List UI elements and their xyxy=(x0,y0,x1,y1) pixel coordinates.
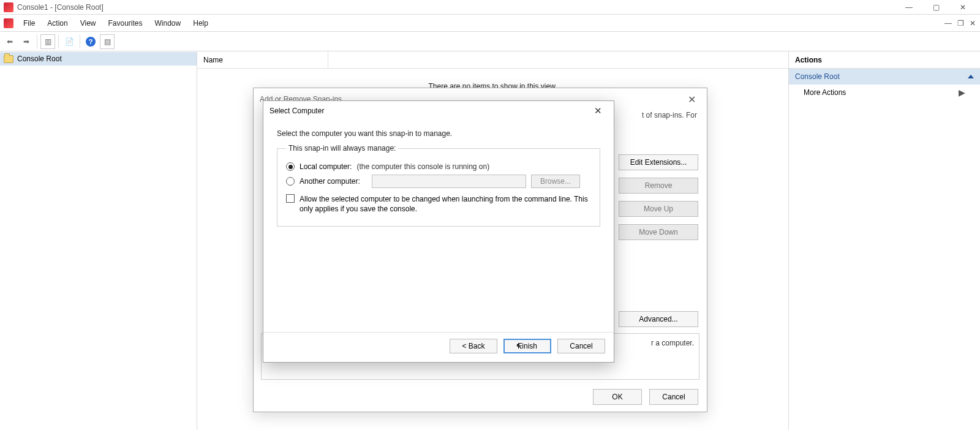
browse-button[interactable]: Browse... xyxy=(531,175,580,188)
tree-pane: Console Root xyxy=(0,51,197,430)
select-computer-dialog: Select Computer ✕ Select the computer yo… xyxy=(263,100,614,363)
allow-change-label: Allow the selected computer to be change… xyxy=(300,194,591,214)
folder-icon xyxy=(4,55,13,63)
another-radio[interactable] xyxy=(286,177,295,186)
local-computer-option[interactable]: Local computer: (the computer this conso… xyxy=(286,162,591,171)
remove-button[interactable]: Remove xyxy=(619,178,698,194)
menu-window[interactable]: Window xyxy=(149,15,187,31)
tree-item-console-root[interactable]: Console Root xyxy=(0,52,197,66)
titlebar: Console1 - [Console Root] — ▢ ✕ xyxy=(0,0,980,15)
app-icon xyxy=(4,2,13,12)
back-wizard-button[interactable]: < Back xyxy=(450,339,497,353)
local-hint: (the computer this console is running on… xyxy=(356,162,489,171)
tree-item-label: Console Root xyxy=(17,55,62,63)
select-dialog-title: Select Computer xyxy=(270,107,324,115)
column-name[interactable]: Name xyxy=(197,51,328,68)
help-button[interactable]: ? xyxy=(83,34,98,49)
back-button[interactable]: ⬅ xyxy=(2,34,17,49)
menu-help[interactable]: Help xyxy=(187,15,214,31)
select-instruction: Select the computer you want this snap-i… xyxy=(263,121,614,141)
show-hide-action-pane-button[interactable]: ▤ xyxy=(100,34,115,49)
actions-group-label: Console Root xyxy=(795,72,840,81)
snapins-cancel-button[interactable]: Cancel xyxy=(649,389,698,405)
doc-minimize-icon[interactable]: — xyxy=(943,19,953,28)
advanced-button[interactable]: Advanced... xyxy=(619,311,698,327)
doc-close-icon[interactable]: ✕ xyxy=(968,19,978,28)
minimize-button[interactable]: — xyxy=(895,1,922,14)
edit-extensions-button[interactable]: Edit Extensions... xyxy=(619,154,698,170)
actions-title: Actions xyxy=(789,51,980,69)
local-radio[interactable] xyxy=(286,162,295,171)
menu-view[interactable]: View xyxy=(74,15,102,31)
manage-target-legend: This snap-in will always manage: xyxy=(286,144,398,153)
local-label: Local computer: xyxy=(300,162,352,171)
actions-pane: Actions Console Root More Actions ▶ xyxy=(789,51,980,430)
another-computer-option[interactable]: Another computer: Browse... xyxy=(286,175,591,188)
actions-more[interactable]: More Actions ▶ xyxy=(789,85,980,100)
menu-file[interactable]: File xyxy=(17,15,41,31)
close-button[interactable]: ✕ xyxy=(949,1,976,14)
collapse-icon xyxy=(968,75,974,78)
submenu-arrow-icon: ▶ xyxy=(959,88,965,97)
cancel-wizard-button[interactable]: Cancel xyxy=(557,339,605,353)
properties-button[interactable]: 📄 xyxy=(62,34,77,49)
snapins-footer: OK Cancel xyxy=(254,382,707,412)
another-computer-input[interactable] xyxy=(372,175,526,188)
show-hide-tree-button[interactable]: ▥ xyxy=(40,34,55,49)
actions-group-header[interactable]: Console Root xyxy=(789,69,980,85)
snapins-side-buttons: Edit Extensions... Remove Move Up Move D… xyxy=(619,154,698,240)
move-up-button[interactable]: Move Up xyxy=(619,201,698,217)
toolbar: ⬅ ➡ ▥ 📄 ? ▤ xyxy=(0,32,980,51)
doc-restore-icon[interactable]: ❐ xyxy=(956,19,965,28)
menubar: File Action View Favourites Window Help … xyxy=(0,15,980,32)
snapins-close-button[interactable]: ✕ xyxy=(682,91,701,107)
manage-target-group: This snap-in will always manage: Local c… xyxy=(277,144,600,227)
finish-button[interactable]: Finish xyxy=(503,339,551,353)
list-header: Name xyxy=(197,51,788,69)
snapins-ok-button[interactable]: OK xyxy=(593,389,642,405)
menu-action[interactable]: Action xyxy=(41,15,74,31)
actions-more-label: More Actions xyxy=(804,88,846,97)
allow-change-option[interactable]: Allow the selected computer to be change… xyxy=(286,194,591,214)
allow-change-checkbox[interactable] xyxy=(286,194,295,203)
window-title: Console1 - [Console Root] xyxy=(17,3,895,12)
menu-favourites[interactable]: Favourites xyxy=(102,15,149,31)
advanced-wrap: Advanced... xyxy=(619,311,698,327)
select-footer: < Back Finish Cancel xyxy=(263,332,614,362)
forward-button[interactable]: ➡ xyxy=(19,34,34,49)
select-close-button[interactable]: ✕ xyxy=(588,102,608,119)
doc-system-buttons: — ❐ ✕ xyxy=(943,15,980,31)
window-system-buttons: — ▢ ✕ xyxy=(895,1,976,14)
move-down-button[interactable]: Move Down xyxy=(619,224,698,240)
maximize-button[interactable]: ▢ xyxy=(922,1,949,14)
doc-icon xyxy=(4,18,13,28)
another-label: Another computer: xyxy=(300,177,367,186)
